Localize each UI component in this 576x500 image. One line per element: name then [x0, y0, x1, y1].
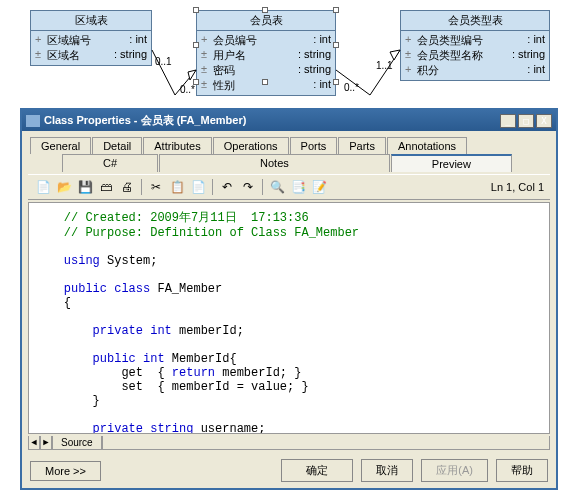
dialog-buttons: More >> 确定 取消 应用(A) 帮助: [22, 453, 556, 488]
undo-icon[interactable]: ↶: [218, 178, 236, 196]
tab-attributes[interactable]: Attributes: [143, 137, 211, 154]
source-tab[interactable]: Source: [52, 436, 102, 450]
cut-icon[interactable]: ✂: [147, 178, 165, 196]
save-icon[interactable]: 💾: [76, 178, 94, 196]
close-button[interactable]: X: [536, 114, 552, 128]
svg-line-4: [370, 50, 400, 95]
cancel-button[interactable]: 取消: [361, 459, 413, 482]
apply-button[interactable]: 应用(A): [421, 459, 488, 482]
uml-class-membertype[interactable]: 会员类型表 +会员类型编号: int ±会员类型名称: string +积分: …: [400, 10, 550, 81]
bookmark-icon[interactable]: 📑: [289, 178, 307, 196]
scroll-right-icon[interactable]: ►: [40, 436, 52, 450]
uml-attrs: +区域编号: int ±区域名: string: [31, 31, 151, 65]
titlebar[interactable]: Class Properties - 会员表 (FA_Member) _ □ X: [22, 110, 556, 131]
uml-title: 会员类型表: [401, 11, 549, 31]
editor-toolbar: 📄 📂 💾 🗃 🖨 ✂ 📋 📄 ↶ ↷ 🔍 📑 📝 Ln 1, Col 1: [28, 174, 550, 200]
redo-icon[interactable]: ↷: [239, 178, 257, 196]
print-icon[interactable]: 🖨: [118, 178, 136, 196]
ok-button[interactable]: 确定: [281, 459, 353, 482]
multiplicity: 0..1: [155, 56, 172, 67]
tab-annotations[interactable]: Annotations: [387, 137, 467, 154]
find-icon[interactable]: 🔍: [268, 178, 286, 196]
window-title: Class Properties - 会员表 (FA_Member): [44, 113, 498, 128]
tab-notes[interactable]: Notes: [159, 154, 390, 172]
multiplicity: 0..*: [344, 82, 359, 93]
scroll-left-icon[interactable]: ◄: [28, 436, 40, 450]
uml-attrs: +会员类型编号: int ±会员类型名称: string +积分: int: [401, 31, 549, 80]
open-icon[interactable]: 📂: [55, 178, 73, 196]
tab-detail[interactable]: Detail: [92, 137, 142, 154]
tab-operations[interactable]: Operations: [213, 137, 289, 154]
code-editor[interactable]: // Created: 2009年7月11日 17:13:36 // Purpo…: [28, 202, 550, 434]
tab-ports[interactable]: Ports: [290, 137, 338, 154]
saveall-icon[interactable]: 🗃: [97, 178, 115, 196]
svg-marker-5: [390, 50, 400, 60]
tab-general[interactable]: General: [30, 137, 91, 154]
tab-csharp[interactable]: C#: [62, 154, 158, 172]
uml-attrs: +会员编号: int ±用户名: string ±密码: string ±性别:…: [197, 31, 335, 95]
uml-title: 区域表: [31, 11, 151, 31]
new-icon[interactable]: 📄: [34, 178, 52, 196]
minimize-button[interactable]: _: [500, 114, 516, 128]
tab-preview[interactable]: Preview: [391, 154, 512, 172]
copy-icon[interactable]: 📋: [168, 178, 186, 196]
uml-class-area[interactable]: 区域表 +区域编号: int ±区域名: string: [30, 10, 152, 66]
tab-row-2: C# Notes Preview: [22, 154, 556, 172]
tab-row-1: General Detail Attributes Operations Por…: [22, 131, 556, 154]
paste-icon[interactable]: 📄: [189, 178, 207, 196]
editor-footer: ◄ ► Source: [28, 436, 550, 450]
multiplicity: 0..*: [180, 84, 195, 95]
app-icon: [26, 115, 40, 127]
edit-icon[interactable]: 📝: [310, 178, 328, 196]
more-button[interactable]: More >>: [30, 461, 101, 481]
tab-parts[interactable]: Parts: [338, 137, 386, 154]
help-button[interactable]: 帮助: [496, 459, 548, 482]
maximize-button[interactable]: □: [518, 114, 534, 128]
multiplicity: 1..1: [376, 60, 393, 71]
uml-title: 会员表: [197, 11, 335, 31]
h-scrollbar[interactable]: [102, 436, 550, 450]
properties-window: Class Properties - 会员表 (FA_Member) _ □ X…: [20, 108, 558, 490]
cursor-position: Ln 1, Col 1: [491, 181, 544, 193]
